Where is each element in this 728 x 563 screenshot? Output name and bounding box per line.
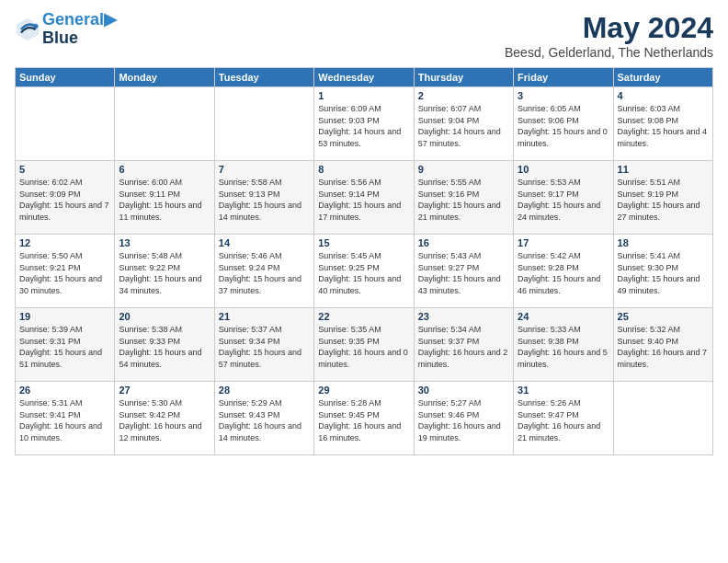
day-info: Sunrise: 6:00 AM Sunset: 9:11 PM Dayligh… bbox=[119, 177, 210, 223]
title-block: May 2024 Beesd, Gelderland, The Netherla… bbox=[505, 11, 713, 60]
calendar-week-row: 5Sunrise: 6:02 AM Sunset: 9:09 PM Daylig… bbox=[16, 161, 713, 235]
day-number: 25 bbox=[618, 311, 709, 322]
day-number: 8 bbox=[318, 164, 409, 175]
calendar-day-cell: 14Sunrise: 5:46 AM Sunset: 9:24 PM Dayli… bbox=[214, 235, 313, 308]
calendar-day-cell: 31Sunrise: 5:26 AM Sunset: 9:47 PM Dayli… bbox=[514, 382, 613, 455]
logo-line1: General bbox=[42, 10, 104, 29]
calendar-week-row: 26Sunrise: 5:31 AM Sunset: 9:41 PM Dayli… bbox=[16, 382, 713, 455]
day-info: Sunrise: 6:05 AM Sunset: 9:06 PM Dayligh… bbox=[518, 103, 609, 149]
calendar-day-cell bbox=[613, 382, 712, 455]
day-info: Sunrise: 5:48 AM Sunset: 9:22 PM Dayligh… bbox=[119, 250, 210, 296]
day-info: Sunrise: 5:53 AM Sunset: 9:17 PM Dayligh… bbox=[518, 177, 609, 223]
calendar-day-cell: 24Sunrise: 5:33 AM Sunset: 9:38 PM Dayli… bbox=[514, 308, 613, 382]
day-info: Sunrise: 5:33 AM Sunset: 9:38 PM Dayligh… bbox=[518, 324, 609, 370]
day-info: Sunrise: 5:35 AM Sunset: 9:35 PM Dayligh… bbox=[318, 324, 409, 370]
day-number: 5 bbox=[19, 164, 110, 175]
calendar-day-cell: 26Sunrise: 5:31 AM Sunset: 9:41 PM Dayli… bbox=[16, 382, 115, 455]
calendar-day-cell: 2Sunrise: 6:07 AM Sunset: 9:04 PM Daylig… bbox=[414, 87, 513, 161]
calendar-day-cell: 19Sunrise: 5:39 AM Sunset: 9:31 PM Dayli… bbox=[16, 308, 115, 382]
day-number: 21 bbox=[219, 311, 310, 322]
calendar-day-cell: 8Sunrise: 5:56 AM Sunset: 9:14 PM Daylig… bbox=[314, 161, 414, 235]
calendar-day-cell: 27Sunrise: 5:30 AM Sunset: 9:42 PM Dayli… bbox=[115, 382, 214, 455]
page: General▶ Blue May 2024 Beesd, Gelderland… bbox=[0, 0, 728, 463]
calendar-day-cell: 21Sunrise: 5:37 AM Sunset: 9:34 PM Dayli… bbox=[214, 308, 313, 382]
day-info: Sunrise: 6:02 AM Sunset: 9:09 PM Dayligh… bbox=[19, 177, 110, 223]
day-info: Sunrise: 5:29 AM Sunset: 9:43 PM Dayligh… bbox=[219, 397, 310, 443]
day-number: 12 bbox=[19, 237, 110, 248]
day-info: Sunrise: 5:41 AM Sunset: 9:30 PM Dayligh… bbox=[618, 250, 709, 296]
day-number: 22 bbox=[318, 311, 409, 322]
day-number: 1 bbox=[318, 90, 409, 101]
calendar-day-cell: 25Sunrise: 5:32 AM Sunset: 9:40 PM Dayli… bbox=[613, 308, 712, 382]
calendar-day-cell: 1Sunrise: 6:09 AM Sunset: 9:03 PM Daylig… bbox=[314, 87, 414, 161]
day-number: 6 bbox=[119, 164, 210, 175]
svg-point-1 bbox=[33, 24, 38, 29]
calendar-day-cell: 3Sunrise: 6:05 AM Sunset: 9:06 PM Daylig… bbox=[514, 87, 613, 161]
day-info: Sunrise: 5:55 AM Sunset: 9:16 PM Dayligh… bbox=[418, 177, 509, 223]
calendar-day-cell: 30Sunrise: 5:27 AM Sunset: 9:46 PM Dayli… bbox=[414, 382, 513, 455]
calendar-day-cell: 4Sunrise: 6:03 AM Sunset: 9:08 PM Daylig… bbox=[613, 87, 712, 161]
day-number: 23 bbox=[418, 311, 509, 322]
day-info: Sunrise: 5:39 AM Sunset: 9:31 PM Dayligh… bbox=[19, 324, 110, 370]
location-subtitle: Beesd, Gelderland, The Netherlands bbox=[505, 45, 713, 60]
day-info: Sunrise: 6:09 AM Sunset: 9:03 PM Dayligh… bbox=[318, 103, 409, 149]
weekday-header-cell: Friday bbox=[514, 68, 613, 87]
calendar-day-cell: 28Sunrise: 5:29 AM Sunset: 9:43 PM Dayli… bbox=[214, 382, 313, 455]
calendar-day-cell: 18Sunrise: 5:41 AM Sunset: 9:30 PM Dayli… bbox=[613, 235, 712, 308]
logo: General▶ Blue bbox=[15, 11, 117, 48]
day-info: Sunrise: 5:37 AM Sunset: 9:34 PM Dayligh… bbox=[219, 324, 310, 370]
calendar-day-cell: 16Sunrise: 5:43 AM Sunset: 9:27 PM Dayli… bbox=[414, 235, 513, 308]
logo-line2: Blue bbox=[42, 29, 117, 48]
month-title: May 2024 bbox=[505, 11, 713, 45]
day-number: 20 bbox=[119, 311, 210, 322]
calendar-day-cell: 12Sunrise: 5:50 AM Sunset: 9:21 PM Dayli… bbox=[16, 235, 115, 308]
calendar-day-cell bbox=[115, 87, 214, 161]
day-number: 14 bbox=[219, 237, 310, 248]
day-number: 29 bbox=[318, 385, 409, 396]
logo-blue: ▶ bbox=[104, 10, 117, 29]
calendar-table: SundayMondayTuesdayWednesdayThursdayFrid… bbox=[15, 67, 713, 455]
day-number: 17 bbox=[518, 237, 609, 248]
calendar-day-cell: 22Sunrise: 5:35 AM Sunset: 9:35 PM Dayli… bbox=[314, 308, 414, 382]
logo-icon bbox=[15, 17, 40, 42]
day-info: Sunrise: 5:43 AM Sunset: 9:27 PM Dayligh… bbox=[418, 250, 509, 296]
calendar-body: 1Sunrise: 6:09 AM Sunset: 9:03 PM Daylig… bbox=[16, 87, 713, 455]
day-info: Sunrise: 5:56 AM Sunset: 9:14 PM Dayligh… bbox=[318, 177, 409, 223]
day-number: 9 bbox=[418, 164, 509, 175]
day-info: Sunrise: 6:07 AM Sunset: 9:04 PM Dayligh… bbox=[418, 103, 509, 149]
day-number: 26 bbox=[19, 385, 110, 396]
day-info: Sunrise: 5:45 AM Sunset: 9:25 PM Dayligh… bbox=[318, 250, 409, 296]
day-info: Sunrise: 5:30 AM Sunset: 9:42 PM Dayligh… bbox=[119, 397, 210, 443]
calendar-day-cell: 17Sunrise: 5:42 AM Sunset: 9:28 PM Dayli… bbox=[514, 235, 613, 308]
calendar-day-cell: 9Sunrise: 5:55 AM Sunset: 9:16 PM Daylig… bbox=[414, 161, 513, 235]
day-number: 3 bbox=[518, 90, 609, 101]
calendar-week-row: 19Sunrise: 5:39 AM Sunset: 9:31 PM Dayli… bbox=[16, 308, 713, 382]
day-info: Sunrise: 5:27 AM Sunset: 9:46 PM Dayligh… bbox=[418, 397, 509, 443]
day-number: 28 bbox=[219, 385, 310, 396]
header: General▶ Blue May 2024 Beesd, Gelderland… bbox=[15, 11, 713, 60]
day-info: Sunrise: 5:42 AM Sunset: 9:28 PM Dayligh… bbox=[518, 250, 609, 296]
day-info: Sunrise: 5:26 AM Sunset: 9:47 PM Dayligh… bbox=[518, 397, 609, 443]
day-info: Sunrise: 5:31 AM Sunset: 9:41 PM Dayligh… bbox=[19, 397, 110, 443]
day-number: 27 bbox=[119, 385, 210, 396]
calendar-day-cell: 10Sunrise: 5:53 AM Sunset: 9:17 PM Dayli… bbox=[514, 161, 613, 235]
day-info: Sunrise: 5:50 AM Sunset: 9:21 PM Dayligh… bbox=[19, 250, 110, 296]
logo-text: General▶ Blue bbox=[42, 11, 117, 48]
day-info: Sunrise: 5:32 AM Sunset: 9:40 PM Dayligh… bbox=[618, 324, 709, 370]
calendar-day-cell: 7Sunrise: 5:58 AM Sunset: 9:13 PM Daylig… bbox=[214, 161, 313, 235]
calendar-day-cell: 23Sunrise: 5:34 AM Sunset: 9:37 PM Dayli… bbox=[414, 308, 513, 382]
calendar-week-row: 1Sunrise: 6:09 AM Sunset: 9:03 PM Daylig… bbox=[16, 87, 713, 161]
weekday-header-cell: Thursday bbox=[414, 68, 513, 87]
day-info: Sunrise: 5:34 AM Sunset: 9:37 PM Dayligh… bbox=[418, 324, 509, 370]
calendar-day-cell bbox=[16, 87, 115, 161]
day-number: 2 bbox=[418, 90, 509, 101]
weekday-header-cell: Monday bbox=[115, 68, 214, 87]
day-number: 31 bbox=[518, 385, 609, 396]
day-info: Sunrise: 6:03 AM Sunset: 9:08 PM Dayligh… bbox=[618, 103, 709, 149]
weekday-header-cell: Tuesday bbox=[214, 68, 313, 87]
day-number: 18 bbox=[618, 237, 709, 248]
day-number: 4 bbox=[618, 90, 709, 101]
day-number: 11 bbox=[618, 164, 709, 175]
day-number: 10 bbox=[518, 164, 609, 175]
day-info: Sunrise: 5:38 AM Sunset: 9:33 PM Dayligh… bbox=[119, 324, 210, 370]
